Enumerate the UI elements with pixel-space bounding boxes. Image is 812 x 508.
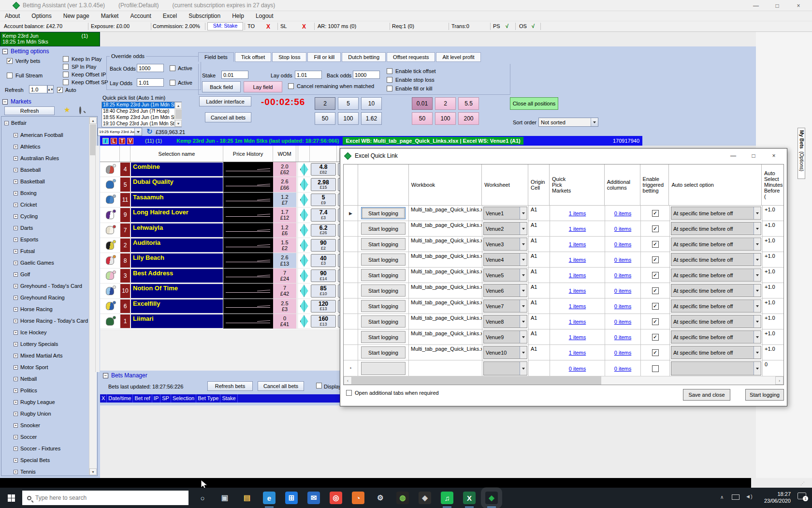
- expand-node-icon[interactable]: +: [14, 412, 18, 416]
- quick-pick-markets-link[interactable]: 1 items: [569, 319, 586, 325]
- hedge-diamond-icon[interactable]: [298, 284, 310, 298]
- expand-node-icon[interactable]: +: [14, 238, 18, 242]
- tree-item-label[interactable]: Politics: [20, 388, 37, 393]
- mail-icon[interactable]: ✉: [307, 492, 320, 504]
- auto-select-dropdown[interactable]: At specific time before off: [671, 238, 761, 251]
- notifications-icon[interactable]: 1: [798, 493, 806, 499]
- scroll-right-icon[interactable]: ›: [775, 376, 783, 385]
- auto-select-dropdown[interactable]: At specific time before off: [671, 284, 761, 297]
- menu-item[interactable]: Logout: [256, 13, 274, 19]
- auto-select-dropdown[interactable]: At specific time before off: [671, 207, 761, 220]
- hedge-diamond-icon[interactable]: [298, 177, 310, 192]
- dropdown-arrow-icon[interactable]: [754, 300, 761, 312]
- store-icon[interactable]: ⊞: [285, 492, 298, 504]
- market-tool-button[interactable]: V: [127, 138, 133, 144]
- auto-select-minutes-cell[interactable]: +1.0: [763, 314, 784, 329]
- tree-item-label[interactable]: Greyhound Racing: [20, 295, 65, 300]
- origin-cell[interactable]: A1: [529, 329, 550, 345]
- selection-name[interactable]: Long Haired Lover: [130, 208, 223, 222]
- tree-item-label[interactable]: Australian Rules: [20, 155, 59, 161]
- auto-select-minutes-cell[interactable]: +1.0: [763, 283, 784, 299]
- dropdown-arrow-icon[interactable]: [754, 254, 761, 266]
- origin-cell[interactable]: A1: [529, 206, 550, 221]
- additional-columns-link[interactable]: 0 items: [614, 366, 631, 372]
- origin-cell[interactable]: A1: [529, 345, 550, 360]
- quick-pick-markets-link[interactable]: 1 items: [569, 241, 586, 247]
- back-price-cell[interactable]: 5£9: [310, 193, 337, 207]
- dropdown-arrow-icon[interactable]: [520, 362, 527, 375]
- dropdown-arrow-icon[interactable]: [754, 346, 761, 359]
- expand-node-icon[interactable]: +: [14, 261, 18, 265]
- tab[interactable]: Tick offset: [235, 52, 272, 62]
- dropdown-arrow-icon[interactable]: [520, 346, 527, 359]
- enable-fill-or-kill-option[interactable]: Enable fill or kill: [387, 86, 432, 91]
- expand-node-icon[interactable]: +: [14, 191, 18, 195]
- sort-order-dropdown[interactable]: Not sorted: [538, 118, 598, 127]
- worksheet-dropdown[interactable]: Venue9: [483, 330, 527, 344]
- expand-node-icon[interactable]: +: [14, 214, 18, 219]
- verify-bets-option[interactable]: Verify bets: [7, 58, 40, 64]
- quick-pick-combo[interactable]: 19:25 Kemp 23rd Jun (1m Hcap): [98, 128, 142, 136]
- tree-item-label[interactable]: Special Bets: [20, 457, 50, 463]
- tree-item-label[interactable]: Esports: [20, 237, 38, 242]
- hedge-diamond-icon[interactable]: [298, 314, 310, 329]
- menu-item[interactable]: New page: [63, 13, 89, 19]
- dropdown-arrow-icon[interactable]: [754, 315, 761, 328]
- quick-pick-item[interactable]: 18:25 Kemp 23rd Jun (1m Mdn Stks): [102, 102, 174, 108]
- dropdown-arrow-icon[interactable]: [520, 223, 527, 235]
- scroll-down-icon[interactable]: ▼: [175, 120, 182, 127]
- keep-offset-sp-option[interactable]: Keep Offset SP: [63, 79, 108, 85]
- volume-icon[interactable]: ◄): [745, 493, 753, 499]
- menu-item[interactable]: Help: [232, 13, 244, 19]
- quick-pick-markets-link[interactable]: 1 items: [569, 272, 586, 278]
- expand-node-icon[interactable]: +: [14, 377, 18, 381]
- cancel-all-bets-button-2[interactable]: Cancel all bets: [258, 381, 304, 391]
- workbook-cell[interactable]: Multi_tab_page_Quick_Links.xlsx: [409, 268, 482, 283]
- expand-node-icon[interactable]: +: [14, 168, 18, 172]
- task-view-icon[interactable]: ▣: [218, 492, 231, 504]
- workbook-cell[interactable]: Multi_tab_page_Quick_Links.xlsx: [409, 345, 482, 360]
- worksheet-dropdown[interactable]: Venue8: [483, 315, 527, 328]
- start-logging-button[interactable]: Start logging: [361, 346, 406, 359]
- worksheet-dropdown[interactable]: Venue7: [483, 299, 527, 313]
- stake-preset-button[interactable]: 5: [338, 97, 359, 110]
- tree-item-label[interactable]: Soccer: [20, 434, 37, 440]
- back-price-cell[interactable]: 85£10: [310, 284, 337, 298]
- scroll-down-icon[interactable]: ▼: [89, 468, 97, 475]
- expand-node-icon[interactable]: +: [14, 330, 18, 335]
- close-button[interactable]: ×: [788, 0, 809, 11]
- auto-select-dropdown[interactable]: At specific time before off: [671, 330, 761, 344]
- back-price-cell[interactable]: 6.2£26: [310, 223, 337, 238]
- workbook-cell[interactable]: [409, 360, 482, 377]
- back-field-button[interactable]: Back field: [202, 81, 241, 92]
- dropdown-arrow-icon[interactable]: [754, 223, 761, 235]
- back-price-cell[interactable]: 160£13: [310, 314, 337, 329]
- auto-select-minutes-cell[interactable]: +1.0: [763, 299, 784, 314]
- additional-columns-link[interactable]: 0 items: [614, 319, 631, 325]
- additional-columns-link[interactable]: 0 items: [614, 226, 631, 232]
- expand-node-icon[interactable]: +: [14, 296, 18, 300]
- expand-node-icon[interactable]: +: [14, 470, 18, 474]
- auto-select-dropdown[interactable]: [671, 361, 761, 375]
- menu-item[interactable]: About: [5, 13, 20, 19]
- selection-name[interactable]: Combine: [130, 162, 223, 177]
- expand-node-icon[interactable]: +: [14, 400, 18, 404]
- additional-columns-link[interactable]: 0 items: [614, 210, 631, 216]
- tree-item-label[interactable]: Motor Sport: [20, 364, 48, 370]
- expand-node-icon[interactable]: +: [14, 284, 18, 288]
- tree-item-label[interactable]: Horse Racing: [20, 306, 53, 312]
- enable-triggered-checkbox[interactable]: [652, 241, 659, 248]
- lay-preset-button[interactable]: 2: [435, 97, 456, 110]
- scroll-thumb[interactable]: [175, 109, 182, 119]
- open-additional-tabs-checkbox[interactable]: [346, 390, 352, 396]
- start-logging-button[interactable]: Start logging: [361, 223, 406, 235]
- auto-checkbox[interactable]: [57, 87, 63, 93]
- keep-offset-ip-option[interactable]: Keep Offset IP: [63, 72, 106, 77]
- start-logging-button[interactable]: Start logging: [361, 331, 406, 343]
- scroll-left-icon[interactable]: ‹: [344, 376, 352, 385]
- tab[interactable]: Fill or kill: [307, 52, 341, 62]
- market-tool-button[interactable]: i: [102, 138, 109, 144]
- auto-option[interactable]: Auto: [57, 87, 76, 93]
- dialog-maximize-button[interactable]: □: [744, 150, 763, 161]
- expand-node-icon[interactable]: +: [14, 226, 18, 230]
